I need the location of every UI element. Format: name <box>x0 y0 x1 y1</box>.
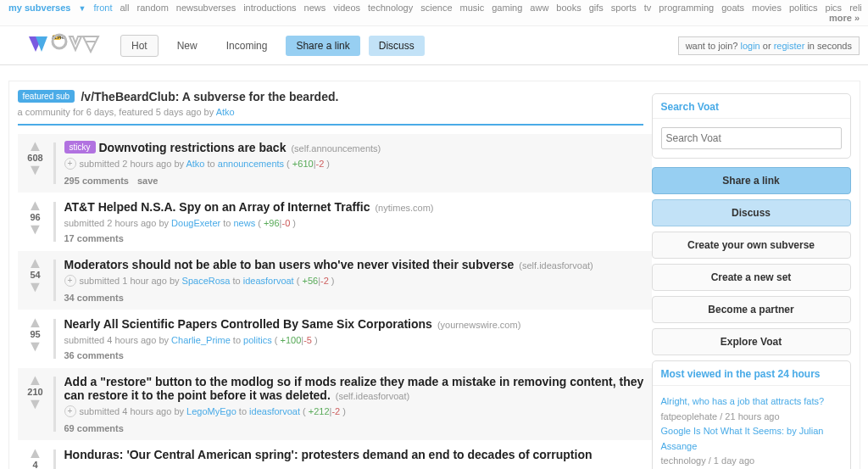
topnav-item-technology[interactable]: technology <box>368 3 413 13</box>
comments-link[interactable]: 17 comments <box>64 233 124 243</box>
downvote-arrow-icon[interactable]: ▼ <box>23 282 48 292</box>
post-author[interactable]: DougExeter <box>171 218 220 228</box>
upvote-arrow-icon[interactable]: ▲ <box>23 317 48 327</box>
topnav-item-tv[interactable]: tv <box>644 3 652 13</box>
post-entry: ▲54▼Moderators should not be able to ban… <box>18 251 652 310</box>
post-title[interactable]: AT&T Helped N.S.A. Spy on an Array of In… <box>64 200 370 214</box>
topnav-item-books[interactable]: books <box>556 3 581 13</box>
upvote-arrow-icon[interactable]: ▲ <box>23 448 48 458</box>
post-title[interactable]: Nearly All Scientific Papers Controlled … <box>64 317 432 331</box>
header: ALPHA Hot New Incoming Share a link Disc… <box>0 26 868 65</box>
downvote-arrow-icon[interactable]: ▼ <box>23 341 48 351</box>
topnav-item-gaming[interactable]: gaming <box>492 3 522 13</box>
more-link[interactable]: more » <box>829 13 860 23</box>
topnav-item-all[interactable]: all <box>120 3 130 13</box>
post-domain[interactable]: (self.ideasforvoat) <box>519 260 593 271</box>
post-downvotes: -2 <box>331 406 340 416</box>
featured-title[interactable]: /v/TheBeardClub: A subverse for the bear… <box>81 90 338 103</box>
topnav-item-science[interactable]: science <box>420 3 452 13</box>
expand-icon[interactable]: + <box>64 275 76 287</box>
side-create-subverse-button[interactable]: Create your own subverse <box>652 232 851 259</box>
upvote-arrow-icon[interactable]: ▲ <box>23 375 48 385</box>
comments-link[interactable]: 36 comments <box>64 350 124 360</box>
topnav-item-reli[interactable]: reli <box>849 3 862 13</box>
post-sub[interactable]: news <box>233 218 255 228</box>
expand-icon[interactable]: + <box>64 405 76 417</box>
topnav-item-movies[interactable]: movies <box>752 3 782 13</box>
post-entry: ▲4▼Honduras: 'Our Central American sprin… <box>18 441 652 469</box>
post-entry: ▲96▼AT&T Helped N.S.A. Spy on an Array o… <box>18 193 652 251</box>
register-link[interactable]: register <box>774 41 805 51</box>
topnav-item-newsubverses[interactable]: newsubverses <box>176 3 236 13</box>
my-subverses-link[interactable]: my subverses <box>8 3 70 13</box>
topnav-item-videos[interactable]: videos <box>333 3 360 13</box>
featured-meta: a community for 6 days, featured 5 days … <box>18 107 643 117</box>
login-link[interactable]: login <box>741 41 760 51</box>
comments-link[interactable]: 34 comments <box>64 293 124 303</box>
post-title[interactable]: Downvoting restrictions are back <box>99 141 287 154</box>
post-entry: ▲95▼Nearly All Scientific Papers Control… <box>18 310 652 368</box>
featured-author[interactable]: Atko <box>216 107 235 117</box>
post-divider <box>53 319 56 359</box>
topnav-item-politics[interactable]: politics <box>789 3 818 13</box>
tab-discuss[interactable]: Discuss <box>369 36 425 56</box>
post-meta: submitted 4 hours ago by Charlie_Prime t… <box>64 335 647 345</box>
downvote-arrow-icon[interactable]: ▼ <box>23 224 48 234</box>
post-meta: +submitted 2 hours ago by Atko to announ… <box>64 159 647 170</box>
post-author[interactable]: SpaceRosa <box>182 276 231 286</box>
side-create-set-button[interactable]: Create a new set <box>652 264 851 291</box>
side-partner-button[interactable]: Become a partner <box>652 296 851 323</box>
post-meta: +submitted 4 hours ago by LegoMyEgo to i… <box>64 406 647 418</box>
comments-link[interactable]: 69 comments <box>64 423 124 433</box>
post-meta: submitted 2 hours ago by DougExeter to n… <box>64 218 647 228</box>
dropdown-arrow-icon[interactable]: ▼ <box>78 4 86 13</box>
post-sub[interactable]: politics <box>243 335 272 345</box>
post-domain[interactable]: (self.ideasforvoat) <box>336 391 409 401</box>
topnav-item-gifs[interactable]: gifs <box>589 3 604 13</box>
comments-link[interactable]: 295 comments <box>64 176 129 186</box>
save-link[interactable]: save <box>137 176 158 186</box>
post-domain[interactable]: (self.announcements) <box>291 143 381 154</box>
topnav-item-goats[interactable]: goats <box>721 3 744 13</box>
logo[interactable]: ALPHA <box>27 33 103 59</box>
post-downvotes: -0 <box>281 218 290 228</box>
downvote-arrow-icon[interactable]: ▼ <box>23 399 48 409</box>
post-sub[interactable]: announcements <box>218 159 284 169</box>
topnav-item-music[interactable]: music <box>460 3 485 13</box>
expand-icon[interactable]: + <box>64 158 76 170</box>
tab-hot[interactable]: Hot <box>120 35 159 57</box>
topnav-item-sports[interactable]: sports <box>611 3 637 13</box>
post-domain[interactable]: (nytimes.com) <box>375 203 433 213</box>
side-discuss-button[interactable]: Discuss <box>652 199 851 226</box>
topnav-item-aww[interactable]: aww <box>530 3 548 13</box>
topnav-item-front[interactable]: front <box>93 3 112 13</box>
post-domain[interactable]: (yournewswire.com) <box>437 320 520 330</box>
tab-incoming[interactable]: Incoming <box>216 36 278 56</box>
post-author[interactable]: Charlie_Prime <box>171 335 231 345</box>
topnav-item-programming[interactable]: programming <box>659 3 714 13</box>
tab-share-link[interactable]: Share a link <box>286 36 359 56</box>
most-viewed-meta: fatpeoplehate / 21 hours ago <box>661 410 842 425</box>
post-divider <box>53 449 56 469</box>
upvote-arrow-icon[interactable]: ▲ <box>23 141 48 151</box>
post-sub[interactable]: ideasforvoat <box>243 276 294 286</box>
search-input[interactable] <box>661 127 842 149</box>
topnav-item-introductions[interactable]: introductions <box>243 3 296 13</box>
downvote-arrow-icon[interactable]: ▼ <box>23 165 48 175</box>
side-explore-button[interactable]: Explore Voat <box>652 328 851 355</box>
post-upvotes: +212 <box>309 406 330 416</box>
upvote-arrow-icon[interactable]: ▲ <box>23 258 48 268</box>
post-author[interactable]: LegoMyEgo <box>186 406 236 416</box>
post-author[interactable]: Atko <box>186 159 204 169</box>
topnav-item-pics[interactable]: pics <box>826 3 843 13</box>
topnav-item-news[interactable]: news <box>304 3 326 13</box>
topnav-item-random[interactable]: random <box>137 3 169 13</box>
most-viewed-link[interactable]: Google Is Not What It Seems: by Julian A… <box>661 424 842 454</box>
upvote-arrow-icon[interactable]: ▲ <box>23 200 48 210</box>
post-sub[interactable]: ideasforvoat <box>249 406 300 416</box>
tab-new[interactable]: New <box>167 36 208 56</box>
most-viewed-link[interactable]: Alright, who has a job that attracts fat… <box>661 394 842 410</box>
post-title[interactable]: Honduras: 'Our Central American spring':… <box>64 448 593 461</box>
post-title[interactable]: Moderators should not be able to ban use… <box>64 258 515 271</box>
side-share-button[interactable]: Share a link <box>652 167 851 194</box>
